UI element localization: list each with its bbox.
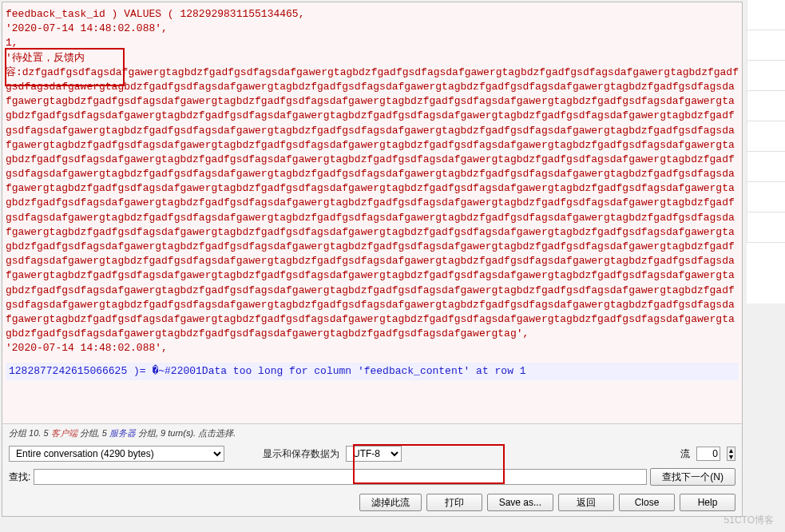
client-label: 客户端 xyxy=(51,428,77,438)
filter-stream-button[interactable]: 滤掉此流 xyxy=(359,494,422,511)
stream-label: 流 xyxy=(680,447,690,461)
server-response-line: 1282877242615066625 )= �~#22001Data too … xyxy=(6,363,739,380)
sql-timestamp2: '2020-07-14 14:48:02.088', xyxy=(6,341,739,355)
help-button[interactable]: Help xyxy=(680,494,735,511)
search-label: 查找: xyxy=(9,470,30,484)
status-bar: 分组 10. 5 客户端 分组, 5 服务器 分组, 9 turn(s). 点击… xyxy=(2,424,742,443)
conversation-select[interactable]: Entire conversation (4290 bytes) xyxy=(9,446,224,462)
stream-spinner-icon[interactable]: ▴▾ xyxy=(727,447,735,461)
search-input[interactable] xyxy=(34,469,647,485)
packet-follow-window: feedback_task_id ) VALUES ( 128292983115… xyxy=(2,2,743,517)
status-mid1: 分组, 5 xyxy=(77,428,109,438)
encoding-select[interactable]: UTF-8 xyxy=(346,446,402,462)
close-button[interactable]: Close xyxy=(619,494,675,511)
watermark: 51CTO博客 xyxy=(724,514,774,527)
sql-timestamp1: '2020-07-14 14:48:02.088', xyxy=(6,22,739,36)
find-next-button[interactable]: 查找下一个(N) xyxy=(650,468,735,486)
save-as-button[interactable]: Save as... xyxy=(487,494,553,511)
right-panel xyxy=(747,0,785,304)
stream-content[interactable]: feedback_task_id ) VALUES ( 128292983115… xyxy=(2,2,742,424)
back-button[interactable]: 返回 xyxy=(558,494,614,511)
search-row: 查找: 查找下一个(N) xyxy=(2,465,742,489)
encoding-label: 显示和保存数据为 xyxy=(263,447,339,461)
print-button[interactable]: 打印 xyxy=(426,494,482,511)
status-suffix: 分组, 9 turn(s). 点击选择. xyxy=(136,428,236,438)
sql-status-prefix: '待处置，反馈内 xyxy=(6,51,739,66)
sql-one: 1, xyxy=(6,36,739,50)
server-label: 服务器 xyxy=(109,428,136,438)
sql-header: feedback_task_id ) VALUES ( 128292983115… xyxy=(6,7,739,22)
controls-row: Entire conversation (4290 bytes) 显示和保存数据… xyxy=(2,443,742,465)
stream-number-input[interactable] xyxy=(696,447,720,461)
status-prefix: 分组 10. 5 xyxy=(9,428,51,438)
sql-long-text: 容:dzfgadfgsdfagsdafgawergtagbdzfgadfgsdf… xyxy=(6,66,739,342)
button-row: 滤掉此流 打印 Save as... 返回 Close Help xyxy=(2,489,742,516)
